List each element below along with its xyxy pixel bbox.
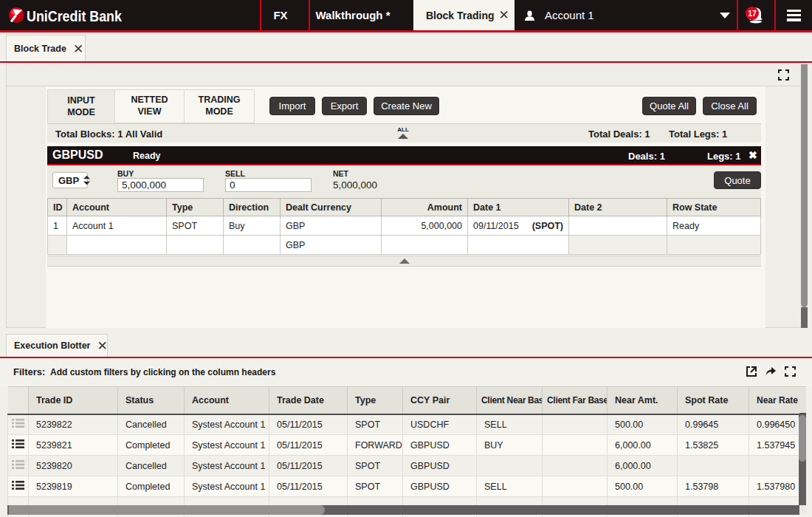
svg-text:17: 17 — [748, 9, 757, 18]
